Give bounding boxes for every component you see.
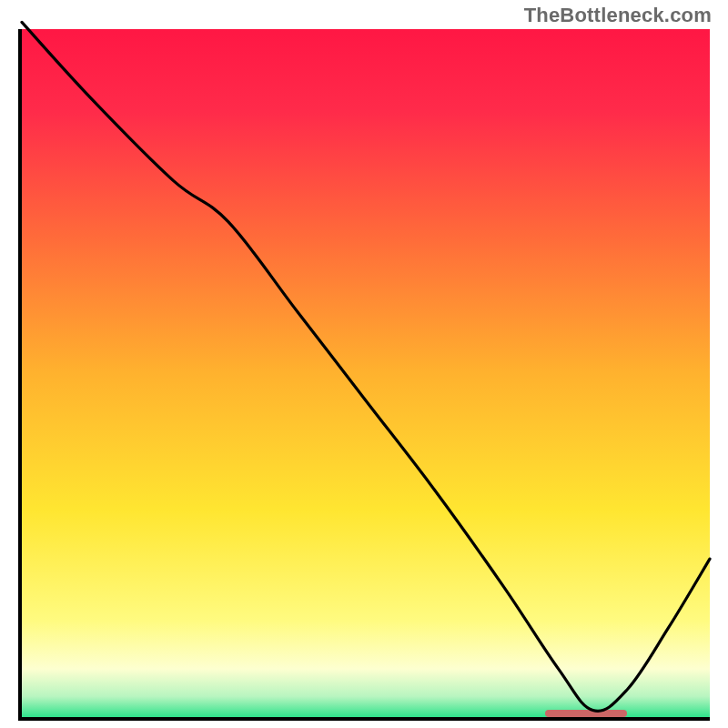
plot-axes	[18, 29, 710, 721]
plot-area	[22, 29, 710, 717]
bottleneck-curve	[22, 29, 710, 717]
chart-container: TheBottleneck.com	[0, 0, 728, 728]
watermark-text: TheBottleneck.com	[524, 4, 712, 27]
